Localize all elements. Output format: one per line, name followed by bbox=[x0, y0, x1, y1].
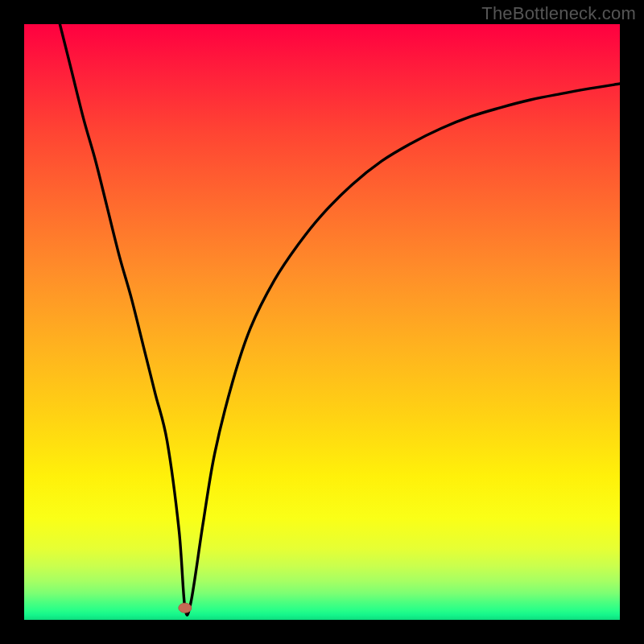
chart-container: TheBottleneck.com bbox=[0, 0, 644, 644]
bottleneck-curve bbox=[60, 24, 620, 615]
plot-area bbox=[24, 24, 620, 620]
watermark-label: TheBottleneck.com bbox=[481, 3, 636, 24]
minimum-marker bbox=[179, 603, 192, 613]
curve-svg bbox=[24, 24, 620, 620]
